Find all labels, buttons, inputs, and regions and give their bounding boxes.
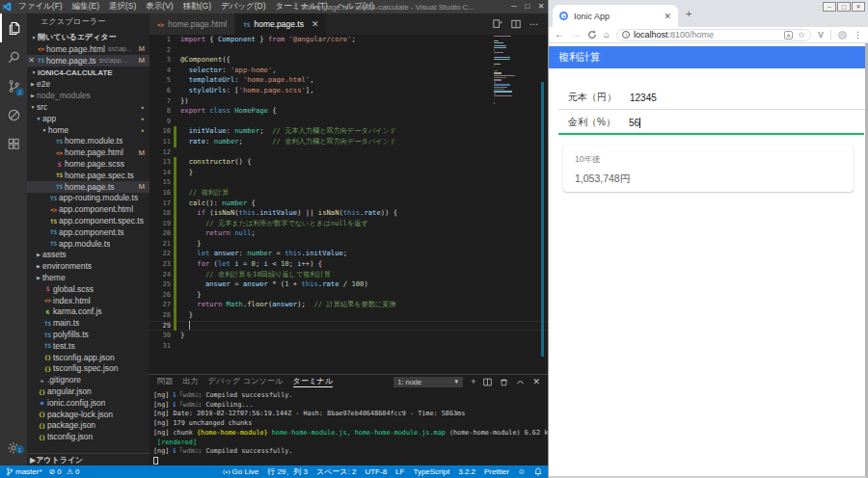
translate-icon[interactable]: A (784, 31, 793, 40)
code-line[interactable]: 25 answer = answer * (1 + this.rate / 10… (149, 279, 548, 290)
panel-tab[interactable]: 出力 (182, 376, 198, 387)
tree-item[interactable]: ▶e2e (27, 79, 149, 91)
split-terminal-icon[interactable] (483, 378, 492, 386)
code-line[interactable]: 13 constructor() { (149, 157, 548, 168)
tree-item[interactable]: TShome.page.spec.ts (27, 170, 149, 181)
code-line[interactable]: 19 // 元本または利率が数字でないときはnullを返す (149, 219, 548, 229)
code-line[interactable]: 21 } (149, 239, 548, 250)
minimize-button[interactable]: ─ (823, 2, 836, 12)
more-actions-icon[interactable]: ⋯ (529, 19, 538, 29)
tree-item[interactable]: TSpolyfills.ts (27, 329, 149, 340)
menu-item[interactable]: ファイル(F) (14, 1, 68, 13)
status-item[interactable]: Prettier (484, 467, 509, 476)
status-item[interactable]: LF (395, 467, 404, 476)
extensions-icon[interactable] (0, 129, 27, 158)
rate-input[interactable]: 金利（%） 56 (549, 110, 865, 135)
menu-item[interactable]: 移動(G) (178, 1, 216, 13)
code-line[interactable]: 15 (149, 177, 548, 188)
tree-item[interactable]: <>home.page.htmlM (27, 146, 149, 158)
browser-tab[interactable]: Ionic App ✕ (553, 5, 678, 27)
code-line[interactable]: 23 for (let i = 0; i < 10; i++) { (149, 259, 548, 270)
tree-item[interactable]: Sglobal.scss (27, 283, 149, 295)
tree-item[interactable]: ▼home● (27, 124, 149, 136)
open-changes-icon[interactable] (493, 19, 502, 29)
tree-item[interactable]: TShome.module.ts (27, 136, 149, 147)
code-line[interactable]: 5 templateUrl: 'home.page.html', (149, 75, 548, 86)
close-button[interactable]: ✕ (534, 0, 548, 13)
tree-item[interactable]: TShome.page.tsM (27, 181, 149, 193)
bookmark-star-icon[interactable]: ☆ (798, 30, 805, 40)
maximize-panel-icon[interactable] (516, 378, 525, 386)
tree-item[interactable]: ▼app● (27, 113, 149, 124)
open-editor-item[interactable]: ✕TShome.page.tssrc\app\...M (27, 55, 149, 66)
code-line[interactable]: 17 calc(): number { (149, 199, 548, 209)
feedback-smiley-icon[interactable]: ☺ (518, 467, 526, 476)
code-line[interactable]: 14 } (149, 168, 548, 178)
code-line[interactable]: 3@Component({ (149, 55, 548, 66)
notifications-bell-icon[interactable] (534, 467, 542, 476)
code-line[interactable]: 16 // 複利計算 (149, 188, 548, 199)
tree-item[interactable]: {}tsconfig.json (27, 431, 149, 442)
code-line[interactable]: 22 let answer: number = this.initValue; (149, 249, 548, 259)
code-line[interactable]: 8export class HomePage { (149, 106, 548, 117)
tree-item[interactable]: TSmain.ts (27, 317, 149, 329)
page-info-icon[interactable]: i (622, 31, 630, 39)
minimize-button[interactable]: ─ (507, 0, 521, 13)
settings-gear-icon[interactable]: 1 (0, 438, 27, 458)
tree-item[interactable]: {}package-lock.json (27, 409, 149, 420)
close-icon[interactable]: ✕ (27, 56, 36, 65)
tree-item[interactable]: {}angular.json (27, 385, 149, 397)
code-line[interactable]: 26 } (149, 290, 548, 301)
code-line[interactable]: 18 if (isNaN(this.initValue) || isNaN(th… (149, 208, 548, 219)
tree-item[interactable]: ▶node_modules (27, 90, 149, 101)
tree-item[interactable]: TSapp.component.ts (27, 226, 149, 238)
split-editor-icon[interactable] (511, 19, 521, 29)
code-line[interactable]: 27 return Math.floor(answer); // 計算結果を整数… (149, 300, 548, 310)
home-icon[interactable]: ⌂ (604, 30, 610, 40)
address-bar[interactable]: i localhost:8100/home A ☆ (616, 29, 811, 41)
close-button[interactable]: ✕ (852, 2, 865, 12)
tree-item[interactable]: ▼src● (27, 101, 149, 113)
extension-v-icon[interactable]: V (818, 30, 824, 40)
tab-close-icon[interactable]: ✕ (312, 19, 319, 29)
kill-terminal-icon[interactable] (500, 378, 508, 386)
code-line[interactable]: 29 (149, 321, 548, 332)
new-tab-button[interactable]: + (686, 8, 692, 19)
code-line[interactable]: 4 selector: 'app-home', (149, 66, 548, 76)
source-control-icon[interactable]: 2 (0, 71, 27, 100)
terminal-output[interactable]: [ng] ℹ ｢wdm｣: Compiled successfully.[ng]… (149, 388, 548, 466)
tree-item[interactable]: ▶assets (27, 250, 149, 261)
back-icon[interactable]: ← (555, 30, 564, 40)
tree-item[interactable]: ▶theme (27, 272, 149, 283)
tree-item[interactable]: TSapp-routing.module.ts (27, 193, 149, 204)
browser-menu-icon[interactable]: ⋮ (854, 30, 862, 40)
open-editor-item[interactable]: <>home.page.htmlsrc\ap...M (27, 43, 149, 55)
menu-item[interactable]: 編集(E) (68, 1, 104, 13)
project-header[interactable]: ▼ IONIC4-CALCULATE (27, 66, 149, 79)
maximize-button[interactable]: □ (521, 0, 534, 13)
new-terminal-icon[interactable]: + (471, 378, 475, 386)
forward-icon[interactable]: → (571, 30, 581, 40)
git-branch-status[interactable]: master* (6, 467, 42, 476)
tree-item[interactable]: {}package.json (27, 420, 149, 432)
status-item[interactable]: UTF-8 (365, 467, 387, 476)
restore-button[interactable]: ▢ (837, 2, 851, 12)
code-line[interactable]: 11 rate: number; // 金利入力欄と双方向データバインド (149, 137, 548, 147)
status-item[interactable]: スペース: 2 (316, 466, 356, 477)
status-item[interactable]: 行 29、列 3 (267, 466, 308, 477)
menu-item[interactable]: 表示(V) (141, 1, 177, 13)
tree-item[interactable]: ◈.gitignore (27, 374, 149, 385)
open-editors-header[interactable]: ▼ 開いているエディター (27, 31, 149, 43)
tree-item[interactable]: ▶environments (27, 260, 149, 272)
outline-section[interactable]: ▶ アウトライン (27, 453, 149, 465)
editor-tab[interactable]: TShome.page.ts✕ (235, 13, 327, 35)
code-line[interactable]: 28 } (149, 310, 548, 321)
code-line[interactable]: 9 (149, 117, 548, 127)
close-panel-icon[interactable]: ✕ (532, 378, 540, 386)
code-line[interactable]: 1import { Component } from '@angular/cor… (149, 35, 548, 45)
tree-item[interactable]: Kkarma.conf.js (27, 306, 149, 318)
editor-tab[interactable]: <>home.page.html (149, 13, 235, 35)
reload-icon[interactable] (587, 30, 597, 40)
panel-tab[interactable]: ターミナル (293, 376, 334, 387)
tree-item[interactable]: TStest.ts (27, 340, 149, 352)
